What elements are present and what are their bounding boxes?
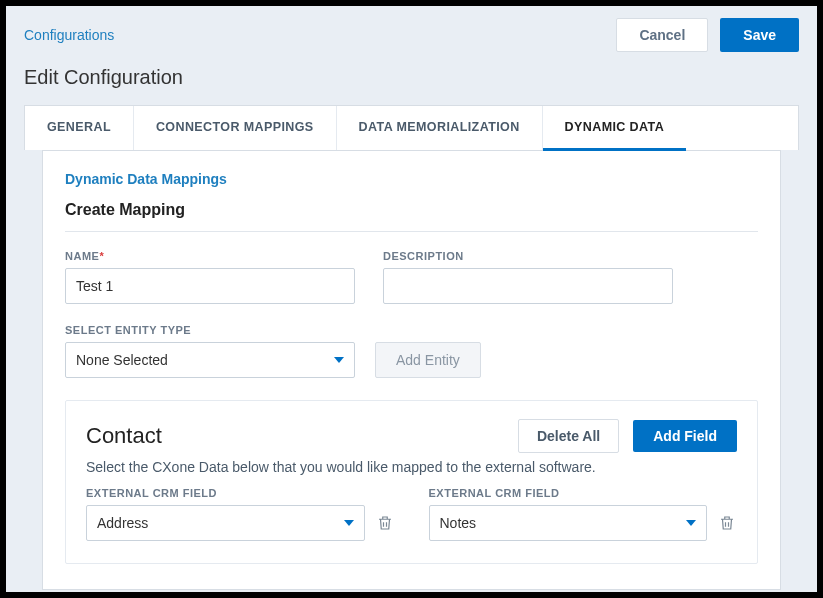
required-marker: * — [99, 250, 104, 262]
save-button[interactable]: Save — [720, 18, 799, 52]
label-external-crm-field-1: EXTERNAL CRM FIELD — [86, 487, 395, 499]
tab-data-memorialization[interactable]: DATA MEMORIALIZATION — [337, 106, 543, 150]
chevron-down-icon — [344, 520, 354, 526]
trash-icon[interactable] — [717, 513, 737, 533]
add-entity-button[interactable]: Add Entity — [375, 342, 481, 378]
tab-general[interactable]: GENERAL — [25, 106, 134, 150]
crm-field-value-2: Notes — [440, 515, 477, 531]
tab-bar: GENERAL CONNECTOR MAPPINGS DATA MEMORIAL… — [24, 105, 799, 150]
chevron-down-icon — [686, 520, 696, 526]
page-title: Edit Configuration — [6, 52, 817, 105]
entity-card-contact: Contact Delete All Add Field Select the … — [65, 400, 758, 564]
card-description: Select the CXone Data below that you wou… — [86, 459, 737, 475]
cancel-button[interactable]: Cancel — [616, 18, 708, 52]
delete-all-button[interactable]: Delete All — [518, 419, 619, 453]
trash-icon[interactable] — [375, 513, 395, 533]
tab-connector-mappings[interactable]: CONNECTOR MAPPINGS — [134, 106, 337, 150]
chevron-down-icon — [334, 357, 344, 363]
label-name: NAME* — [65, 250, 355, 262]
card-title-contact: Contact — [86, 423, 162, 449]
crm-field-select-1[interactable]: Address — [86, 505, 365, 541]
label-name-text: NAME — [65, 250, 99, 262]
crm-field-select-2[interactable]: Notes — [429, 505, 708, 541]
label-description: DESCRIPTION — [383, 250, 673, 262]
tab-dynamic-data[interactable]: DYNAMIC DATA — [543, 106, 686, 151]
label-external-crm-field-2: EXTERNAL CRM FIELD — [429, 487, 738, 499]
heading-create-mapping: Create Mapping — [65, 201, 758, 232]
link-dynamic-data-mappings[interactable]: Dynamic Data Mappings — [65, 171, 758, 187]
label-select-entity-type: SELECT ENTITY TYPE — [65, 324, 758, 336]
name-input[interactable] — [65, 268, 355, 304]
entity-type-value: None Selected — [76, 352, 168, 368]
panel-dynamic-data: Dynamic Data Mappings Create Mapping NAM… — [42, 150, 781, 590]
add-field-button[interactable]: Add Field — [633, 420, 737, 452]
description-input[interactable] — [383, 268, 673, 304]
crm-field-value-1: Address — [97, 515, 148, 531]
entity-type-select[interactable]: None Selected — [65, 342, 355, 378]
breadcrumb-configurations[interactable]: Configurations — [24, 27, 114, 43]
